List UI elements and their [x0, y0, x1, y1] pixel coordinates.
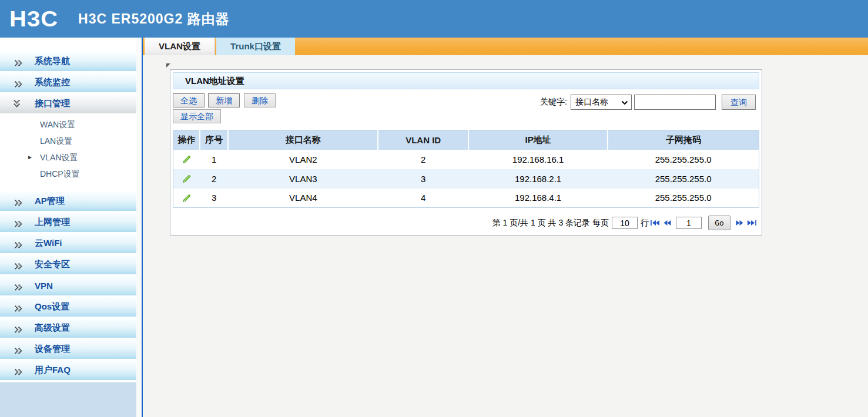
- table-row: 1 VLAN2 2 192.168.16.1 255.255.255.0: [173, 150, 759, 169]
- sidebar: 系统导航 系统监控 接口管理 WAN设置 LAN设置 ► VLAN设置: [0, 38, 136, 417]
- next-page-icon[interactable]: [736, 220, 743, 226]
- app-title: H3C ER5200G2 路由器: [78, 10, 230, 28]
- sidebar-subitem-label: VLAN设置: [40, 153, 78, 163]
- search-box: 关键字: 接口名称 查询: [540, 95, 757, 110]
- double-chevron-right-icon: [14, 240, 23, 247]
- cell-mask: 255.255.255.0: [608, 169, 759, 189]
- keyword-input[interactable]: [634, 95, 716, 110]
- sidebar-item-ap-mgmt[interactable]: AP管理: [0, 191, 136, 211]
- sidebar-subitem-dhcp[interactable]: DHCP设置: [0, 166, 136, 183]
- sidebar-item-interface-mgmt[interactable]: 接口管理: [0, 93, 136, 113]
- prev-page-icon[interactable]: [663, 220, 671, 226]
- col-header-action: 操作: [173, 130, 200, 150]
- sidebar-subitem-label: LAN设置: [40, 136, 72, 147]
- sidebar-subitem-label: WAN设置: [40, 120, 75, 130]
- search-field-select[interactable]: 接口名称: [571, 95, 632, 110]
- edit-pencil-icon[interactable]: [182, 174, 192, 184]
- edit-pencil-icon[interactable]: [182, 154, 192, 164]
- query-button[interactable]: 查询: [722, 95, 756, 110]
- sidebar-item-internet-mgmt[interactable]: 上网管理: [0, 212, 136, 232]
- cell-interface-name: VLAN3: [228, 169, 378, 189]
- cell-ip: 192.168.16.1: [468, 150, 608, 169]
- cell-mask: 255.255.255.0: [608, 150, 759, 169]
- cell-vlan-id: 3: [378, 169, 468, 189]
- first-page-icon[interactable]: [651, 220, 660, 226]
- arrow-right-icon: ►: [27, 154, 33, 160]
- sidebar-item-vpn[interactable]: VPN: [0, 275, 136, 295]
- panel-toolbar: 全选 新增 删除 显示全部 关键字: 接口名称 查询: [173, 93, 759, 124]
- edit-pencil-icon[interactable]: [182, 193, 192, 203]
- double-chevron-right-icon: [14, 325, 23, 331]
- sidebar-item-label: 云WiFi: [35, 238, 62, 249]
- vlan-table: 操作 序号 接口名称 VLAN ID IP地址 子网掩码 1 VLAN2 2: [173, 130, 759, 208]
- cell-seq: 2: [200, 169, 228, 189]
- sidebar-item-user-faq[interactable]: 用户FAQ: [0, 360, 136, 380]
- cell-mask: 255.255.255.0: [608, 189, 759, 208]
- sidebar-item-label: 接口管理: [35, 98, 70, 109]
- sidebar-item-label: 设备管理: [35, 344, 70, 355]
- double-chevron-right-icon: [14, 346, 23, 352]
- h3c-logo: H3C: [9, 8, 58, 30]
- sidebar-item-label: 安全专区: [35, 259, 70, 270]
- sidebar-subitem-lan[interactable]: LAN设置: [0, 133, 136, 150]
- sidebar-item-label: 系统导航: [35, 56, 70, 67]
- delete-button[interactable]: 删除: [244, 93, 276, 107]
- sidebar-subitem-label: DHCP设置: [40, 169, 80, 180]
- double-chevron-right-icon: [14, 219, 23, 226]
- vlan-address-panel: VLAN地址设置 全选 新增 删除 显示全部 关键字: 接口名称: [170, 69, 762, 236]
- sidebar-item-label: 系统监控: [35, 77, 70, 88]
- sidebar-item-label: AP管理: [35, 196, 65, 207]
- sidebar-item-system-nav[interactable]: 系统导航: [0, 51, 136, 71]
- last-page-icon[interactable]: [747, 220, 756, 226]
- table-row: 3 VLAN4 4 192.168.4.1 255.255.255.0: [173, 189, 759, 208]
- goto-page-input[interactable]: [676, 217, 702, 229]
- select-all-button[interactable]: 全选: [173, 93, 205, 107]
- sidebar-submenu: WAN设置 LAN设置 ► VLAN设置 DHCP设置: [0, 117, 136, 183]
- sidebar-subitem-vlan[interactable]: ► VLAN设置: [0, 150, 136, 166]
- sidebar-column: 系统导航 系统监控 接口管理 WAN设置 LAN设置 ► VLAN设置: [0, 38, 142, 417]
- table-row: 2 VLAN3 3 192.168.2.1 255.255.255.0: [173, 169, 759, 189]
- cell-vlan-id: 4: [378, 189, 468, 208]
- sidebar-item-label: VPN: [35, 281, 53, 291]
- sidebar-item-label: 用户FAQ: [35, 365, 71, 376]
- tab-vlan-settings[interactable]: VLAN设置: [145, 38, 215, 55]
- sidebar-subitem-wan[interactable]: WAN设置: [0, 117, 136, 133]
- cell-interface-name: VLAN4: [228, 189, 378, 208]
- page-info-text: 第 1 页/共 1 页 共 3 条记录 每页: [492, 218, 609, 228]
- search-field-selected-value: 接口名称: [575, 97, 608, 107]
- sidebar-item-label: 上网管理: [35, 217, 70, 228]
- double-chevron-right-icon: [14, 367, 23, 374]
- chevron-down-icon: [621, 97, 628, 107]
- tab-trunk-settings[interactable]: Trunk口设置: [216, 38, 295, 55]
- cell-seq: 3: [200, 189, 228, 208]
- rows-suffix-text: 行: [641, 218, 649, 228]
- sidebar-item-qos[interactable]: Qos设置: [0, 297, 136, 317]
- rows-per-page-input[interactable]: [612, 217, 638, 229]
- app-header: H3C H3C ER5200G2 路由器: [0, 0, 868, 38]
- table-header-row: 操作 序号 接口名称 VLAN ID IP地址 子网掩码: [173, 130, 759, 150]
- double-chevron-right-icon: [14, 261, 23, 268]
- add-button[interactable]: 新增: [208, 93, 240, 107]
- sidebar-item-label: 高级设置: [35, 322, 70, 334]
- keyword-label: 关键字:: [540, 97, 567, 107]
- panel-corner-icon: [166, 63, 170, 68]
- sidebar-item-system-monitor[interactable]: 系统监控: [0, 72, 136, 92]
- go-button[interactable]: Go: [708, 216, 730, 230]
- cell-ip: 192.168.4.1: [468, 189, 608, 208]
- pagination-bar: 第 1 页/共 1 页 共 3 条记录 每页 行 Go: [173, 216, 758, 230]
- show-all-button[interactable]: 显示全部: [173, 109, 221, 123]
- sidebar-item-advanced[interactable]: 高级设置: [0, 318, 136, 338]
- col-header-interface-name: 接口名称: [228, 130, 378, 150]
- sidebar-item-security-zone[interactable]: 安全专区: [0, 254, 136, 274]
- sidebar-item-cloud-wifi[interactable]: 云WiFi: [0, 233, 136, 253]
- main-content: VLAN设置 Trunk口设置 VLAN地址设置 全选 新增 删除 显示全部 关…: [143, 38, 868, 417]
- col-header-seq: 序号: [200, 130, 228, 150]
- double-chevron-right-icon: [14, 79, 23, 86]
- col-header-ip: IP地址: [468, 130, 608, 150]
- double-chevron-right-icon: [14, 283, 23, 289]
- cell-interface-name: VLAN2: [228, 150, 378, 169]
- app-body: 系统导航 系统监控 接口管理 WAN设置 LAN设置 ► VLAN设置: [0, 38, 868, 417]
- sidebar-item-device-mgmt[interactable]: 设备管理: [0, 339, 136, 359]
- sidebar-filler: [0, 382, 136, 417]
- cell-ip: 192.168.2.1: [468, 169, 608, 189]
